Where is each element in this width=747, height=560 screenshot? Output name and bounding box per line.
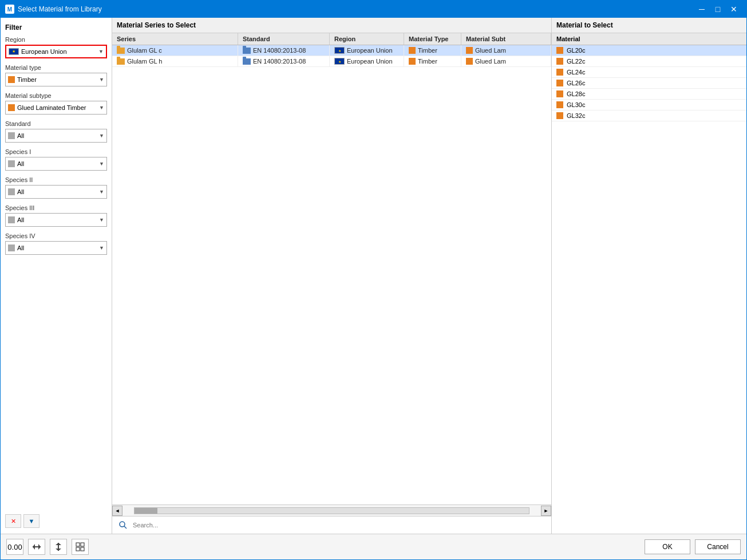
timber-icon [8, 76, 15, 83]
horizontal-align-button[interactable] [28, 539, 45, 555]
td-region-0: ★ European Union [330, 45, 404, 56]
species-i-chevron-icon: ▼ [99, 161, 104, 167]
th-series: Series [112, 33, 238, 45]
material-subtype-chevron-icon: ▼ [99, 105, 104, 111]
region-val-1: European Union [347, 58, 393, 65]
filter-options-button[interactable]: ▼ [23, 514, 39, 528]
scroll-left-button[interactable]: ◄ [112, 506, 122, 516]
material-label: GL20c [567, 47, 585, 54]
material-column-header: Material [552, 33, 746, 45]
cancel-button[interactable]: Cancel [695, 539, 741, 554]
svg-marker-6 [56, 543, 61, 545]
list-item[interactable]: GL28c [552, 89, 746, 100]
list-item[interactable]: GL30c [552, 100, 746, 111]
td-matsub-0: Glued Lam [461, 45, 551, 56]
region-val-0: European Union [347, 47, 393, 54]
material-type-label: Material type [5, 64, 107, 71]
region-select[interactable]: ★ European Union ▼ [5, 45, 107, 58]
species-i-label: Species I [5, 148, 107, 155]
standard-filter-group: Standard All ▼ [5, 120, 107, 143]
material-type-select[interactable]: Timber ▼ [5, 73, 107, 86]
clear-filter-button[interactable]: ✕ [5, 514, 21, 528]
list-item[interactable]: GL20c [552, 45, 746, 56]
horizontal-scrollbar[interactable]: ◄ ► [112, 504, 551, 516]
series-panel-header: Material Series to Select [112, 18, 551, 33]
scroll-right-button[interactable]: ► [541, 506, 551, 516]
search-input[interactable] [133, 522, 547, 529]
scrollbar-thumb[interactable] [135, 508, 157, 514]
list-item[interactable]: GL32c [552, 111, 746, 121]
species-iv-icon [8, 244, 15, 251]
material-subtype-select[interactable]: Glued Laminated Timber ▼ [5, 101, 107, 115]
species-iii-icon [8, 216, 15, 223]
standard-value: All [17, 132, 24, 139]
series-name-1: Glulam GL h [127, 58, 162, 65]
svg-rect-11 [81, 547, 84, 551]
ok-button[interactable]: OK [645, 539, 690, 554]
td-region-1: ★ European Union [330, 56, 404, 66]
svg-rect-9 [81, 543, 84, 546]
species-ii-icon [8, 188, 15, 195]
standard-folder-icon [243, 58, 251, 65]
standard-chevron-icon: ▼ [99, 133, 104, 139]
species-i-icon [8, 160, 15, 167]
grid-button[interactable] [72, 539, 89, 555]
vertical-align-button[interactable] [50, 539, 67, 555]
species-i-value: All [17, 160, 24, 167]
material-icon [556, 69, 563, 76]
species-iii-filter-group: Species III All ▼ [5, 204, 107, 227]
svg-point-0 [120, 522, 125, 527]
species-iii-select[interactable]: All ▼ [5, 213, 107, 227]
material-type-value: Timber [17, 76, 37, 83]
subtype-icon [8, 104, 15, 111]
material-type-filter-group: Material type Timber ▼ [5, 64, 107, 86]
species-ii-filter-group: Species II All ▼ [5, 176, 107, 199]
standard-label: Standard [5, 120, 107, 127]
species-iii-chevron-icon: ▼ [99, 217, 104, 223]
title-bar: M Select Material from Library ─ □ ✕ [1, 1, 746, 18]
table-row[interactable]: Glulam GL c EN 14080:2013-08 ★ European … [112, 45, 551, 56]
species-ii-chevron-icon: ▼ [99, 189, 104, 195]
material-icon [556, 101, 563, 108]
bottom-bar: 0.00 OK Cancel [1, 534, 746, 559]
list-item[interactable]: GL22c [552, 56, 746, 67]
minimize-button[interactable]: ─ [694, 1, 710, 18]
scrollbar-track[interactable] [134, 507, 529, 514]
table-row[interactable]: Glulam GL h EN 14080:2013-08 ★ European … [112, 56, 551, 67]
standard-icon [8, 132, 15, 139]
th-material-type: Material Type [404, 33, 461, 45]
eu-flag-icon: ★ [9, 48, 19, 55]
list-item[interactable]: GL26c [552, 78, 746, 89]
species-iv-filter-group: Species IV All ▼ [5, 232, 107, 255]
region-chevron-icon: ▼ [98, 49, 104, 54]
folder-icon [117, 58, 125, 65]
value-display-button[interactable]: 0.00 [6, 539, 23, 555]
td-matsub-1: Glued Lam [461, 56, 551, 66]
species-i-select[interactable]: All ▼ [5, 157, 107, 171]
species-iv-select[interactable]: All ▼ [5, 241, 107, 255]
main-content: Filter Region ★ European Union ▼ Materia… [1, 18, 746, 534]
material-label: GL26c [567, 80, 585, 86]
svg-rect-8 [76, 543, 80, 546]
svg-marker-7 [56, 549, 61, 551]
material-label: GL30c [567, 101, 585, 108]
maximize-button[interactable]: □ [710, 1, 726, 18]
species-ii-select[interactable]: All ▼ [5, 185, 107, 199]
material-icon [556, 90, 563, 97]
material-type-chevron-icon: ▼ [99, 77, 104, 82]
matsub-icon-row1 [466, 58, 473, 65]
standard-select[interactable]: All ▼ [5, 129, 107, 143]
list-item[interactable]: GL24c [552, 67, 746, 78]
mattype-val-0: Timber [418, 47, 437, 54]
search-icon-button[interactable] [117, 519, 129, 531]
species-iv-chevron-icon: ▼ [99, 245, 104, 251]
close-button[interactable]: ✕ [726, 1, 742, 18]
th-region: Region [330, 33, 404, 45]
app-icon: M [5, 5, 14, 14]
horizontal-align-icon [32, 542, 41, 551]
right-panel: Material to Select Material GL20c GL22c … [552, 18, 746, 534]
grid-icon [76, 542, 85, 551]
window-controls: ─ □ ✕ [694, 1, 742, 18]
svg-marker-3 [33, 544, 35, 550]
eu-flag-icon-row1: ★ [334, 58, 345, 65]
